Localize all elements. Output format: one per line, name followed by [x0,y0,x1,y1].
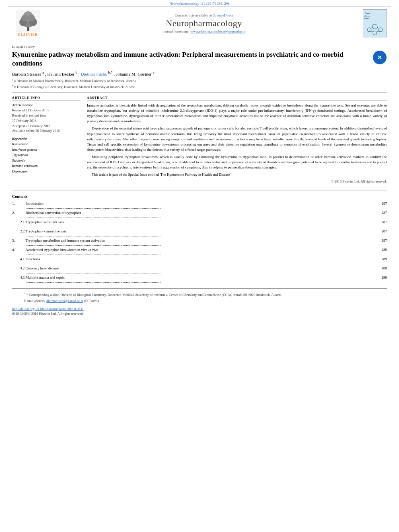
received-revised-date: 17 February 2016 [12,118,80,123]
toc-num-2-1: 2.1. [12,220,26,229]
toc-page-4: 289 [375,247,387,257]
svg-point-6 [22,15,28,21]
toc-num-4: 4. [12,247,26,257]
crossmark-icon: ✕ [373,51,387,64]
toc-item-2: 2. Biochemical conversion of tryptophan … [12,210,387,220]
journal-title: Neuropharmacology [166,18,242,29]
svg-point-7 [28,15,35,21]
copyright: © 2016 Elsevier Ltd. All rights reserved… [87,179,387,183]
journal-center: Contents lists available at ScienceDirec… [52,9,356,37]
toc-item-1: 1. Introduction 287 [12,201,387,210]
toc-table: 1. Introduction 287 2. Biochemical conve… [12,201,387,284]
issn-line: 0028-3908/© 2016 Elsevier Ltd. All right… [12,312,387,316]
abstract-para-3: Measuring peripheral tryptophan breakdow… [87,154,387,170]
toc-item-2-2: 2.2. Tryptophan-kynurenine axis 287 [12,229,387,238]
received-revised-label: Received in revised form [12,113,80,118]
toc-num-4-2: 4.2. [12,266,26,275]
toc-label-2: Biochemical conversion of tryptophan [26,210,375,220]
received-date: Received 31 October 2015 [12,108,80,113]
keywords-title: Keywords: [12,137,80,141]
toc-item-4: 4. Accelerated tryptophan breakdown in v… [12,247,387,257]
toc-page-2-1: 287 [375,220,387,229]
toc-label-4-3: Multiple trauma and sepsis [26,275,375,284]
svg-text:cology: cology [364,17,369,19]
keyword-1: Kynurenine [12,142,80,147]
journal-cover-image: Neuro pharma cology [363,9,387,37]
toc-page-4-3: 290 [375,275,387,284]
section-divider [12,191,387,191]
toc-num-4-3: 4.3. [12,275,26,284]
doi-link[interactable]: http://dx.doi.org/10.1016/j.neuropharm.2… [12,307,84,311]
toc-label-2-2: Tryptophan-kynurenine axis [26,229,375,238]
toc-label-4-1: Infections [26,257,375,266]
toc-page-2: 287 [375,210,387,220]
keyword-5: Immune activation [12,163,80,169]
affiliation-a: a a Division of Medical Biochemistry, Bi… [12,78,387,84]
contents-section: Contents 1. Introduction 287 2. Biochemi… [0,194,399,284]
elsevier-wordmark: ELSEVIER [18,33,37,37]
toc-page-1: 287 [375,201,387,210]
toc-label-1: Introduction [26,201,375,210]
toc-num-4-1: 4.1. [12,257,26,266]
accepted-date: Accepted 23 February 2016 [12,123,80,129]
toc-label-2-1: Tryptophan-serotonin axis [26,220,375,229]
footnote-text: * * Corresponding author. Division of Bi… [24,292,375,298]
history-title: Article history: [12,103,80,107]
sciencedirect-link[interactable]: ScienceDirect [213,13,233,17]
two-column-section: ARTICLE INFO Article history: Received 3… [12,92,387,183]
abstract-para-2: Deprivation of the essential amino acid … [87,126,387,152]
journal-citation: Neuropharmacology 112 (2017) 286–296 [0,0,399,6]
toc-label-4-2: Coronary heart disease [26,266,375,275]
paper-type: Invited review [12,44,387,49]
corresponding-author: Dietmar Fuchs [81,72,107,76]
toc-item-4-1: 4.1. Infections 289 [12,257,387,266]
abstract-title: ABSTRACT [87,96,387,101]
cover-svg: Neuro pharma cology [363,10,387,37]
toc-num-2-2: 2.2. [12,229,26,238]
toc-page-4-1: 289 [375,257,387,266]
abstract-para-4: This article is part of the Special Issu… [87,172,387,177]
journal-header: ELSEVIER Contents lists available at Sci… [8,6,391,40]
paper-title: Kynurenine pathway metabolism and immune… [12,50,368,68]
toc-item-3: 3. Tryptophan metabolism and immune syst… [12,238,387,247]
abstract-column: ABSTRACT Immune activation is inextricab… [87,96,387,183]
toc-label-3: Tryptophan metabolism and immune system … [26,238,375,247]
keywords-section: Keywords: Kynurenine Interferon-gamma Tr… [12,137,80,175]
keyword-3: Tryptophan [12,152,80,158]
toc-page-2-2: 287 [375,229,387,238]
toc-label-4: Accelerated tryptophan breakdown in vivo… [26,247,375,257]
affiliations: a a Division of Medical Biochemistry, Bi… [12,78,387,89]
email-link[interactable]: dietmar.fuchs@i-med.ac.at [46,299,83,303]
svg-text:Neuro: Neuro [365,12,370,14]
sciencedirect-text: Contents lists available at ScienceDirec… [175,13,233,17]
keyword-2: Interferon-gamma [12,147,80,153]
toc-page-4-2: 289 [375,266,387,275]
abstract-text: Immune activation is inextricably linked… [87,103,387,177]
journal-thumbnail: Neuro pharma cology [359,9,387,37]
article-history: Article history: Received 31 October 201… [12,103,80,134]
article-info-title: ARTICLE INFO [12,96,80,101]
paper-body: Invited review Kynurenine pathway metabo… [0,40,399,187]
toc-num-1: 1. [12,201,26,210]
contents-title: Contents [12,194,387,199]
journal-homepage-link[interactable]: www.elsevier.com/locate/neuropharm [191,29,245,33]
paper-title-row: Kynurenine pathway metabolism and immune… [12,50,387,68]
toc-item-4-2: 4.2. Coronary heart disease 289 [12,266,387,275]
doi-line: http://dx.doi.org/10.1016/j.neuropharm.2… [12,307,387,311]
svg-text:pharma: pharma [364,15,370,17]
article-info-column: ARTICLE INFO Article history: Received 3… [12,96,80,183]
toc-item-2-1: 2.1. Tryptophan-serotonin axis 287 [12,220,387,229]
svg-text:✕: ✕ [377,55,382,61]
affiliation-b: b b Division of Biological Chemistry, Bi… [12,84,387,90]
authors: Barbara Strasser a , Kathrin Becker b , … [12,70,387,76]
elsevier-logo: ELSEVIER [12,9,48,37]
abstract-para-1: Immune activation is inextricably linked… [87,103,387,124]
elsevier-tree-icon [16,10,40,32]
crossmark-badge[interactable]: ✕ [372,50,387,65]
keyword-6: Depression [12,169,80,175]
footnote-email: E-mail address: dietmar.fuchs@i-med.ac.a… [24,299,375,303]
toc-num-3: 3. [12,238,26,247]
toc-page-3: 287 [375,238,387,247]
keyword-4: Serotonin [12,158,80,164]
journal-homepage: journal homepage: www.elsevier.com/locat… [162,29,245,33]
